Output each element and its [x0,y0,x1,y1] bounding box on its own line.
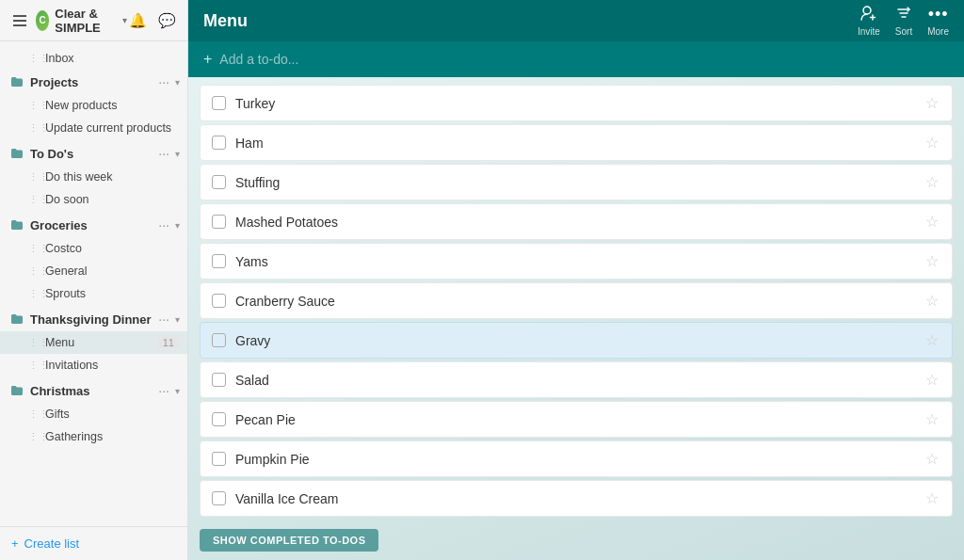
chevron-groceries[interactable]: ▾ [175,220,180,231]
todo-star-mashed-potatoes[interactable]: ☆ [924,213,940,231]
todo-checkbox-gravy[interactable] [212,333,226,347]
todo-checkbox-pecan-pie[interactable] [212,412,226,426]
item-label-new-products: New products [45,99,180,112]
todo-item-mashed-potatoes[interactable]: Mashed Potatoes☆ [200,203,953,240]
sidebar-group-header-thanksgiving[interactable]: Thanksgiving Dinner ··· ▾ [0,307,187,331]
dots-icon-todos[interactable]: ··· [156,146,171,161]
group-label-christmas: Christmas [30,384,156,398]
topbar-actions: Invite Sort ••• More [858,5,949,37]
todo-checkbox-mashed-potatoes[interactable] [212,215,226,229]
sidebar-item-gifts[interactable]: ⋮⋮ Gifts [0,403,187,425]
todo-star-pecan-pie[interactable]: ☆ [924,410,940,428]
workspace-avatar: C [36,10,49,31]
sidebar-group-header-projects[interactable]: Projects ··· ▾ [0,70,187,94]
menu-count-badge: 11 [157,336,180,349]
sidebar-item-inbox[interactable]: ⋮⋮ Inbox [0,47,187,70]
group-actions-projects: ··· ▾ [156,74,180,89]
todo-list: Turkey☆Ham☆Stuffing☆Mashed Potatoes☆Yams… [188,77,964,560]
sort-button[interactable]: Sort [895,6,912,37]
sidebar-header: C Clear & SIMPLE ▾ 🔔 💬 [0,0,187,41]
hamburger-icon[interactable] [9,11,30,30]
todo-star-turkey[interactable]: ☆ [924,94,940,112]
todo-text-yams: Yams [235,254,924,269]
main-content: Menu Invite S [188,0,964,560]
todo-text-vanilla-ice-cream: Vanilla Ice Cream [235,491,924,506]
dots-icon-christmas[interactable]: ··· [156,383,171,398]
todo-star-pumpkin-pie[interactable]: ☆ [924,450,940,468]
todo-checkbox-vanilla-ice-cream[interactable] [212,491,226,505]
sidebar-item-do-this-week[interactable]: ⋮⋮ Do this week [0,166,187,188]
todo-checkbox-pumpkin-pie[interactable] [212,452,226,466]
todo-item-turkey[interactable]: Turkey☆ [200,85,953,121]
drag-icon: ⋮⋮ [28,53,40,64]
invite-icon [860,6,877,24]
sidebar-item-sprouts[interactable]: ⋮⋮ Sprouts [0,282,187,305]
group-actions-thanksgiving: ··· ▾ [156,312,180,327]
sidebar-item-update-products[interactable]: ⋮⋮ Update current products [0,117,187,139]
group-label-todos: To Do's [30,147,156,161]
todo-text-mashed-potatoes: Mashed Potatoes [235,215,924,230]
sidebar-group-header-groceries[interactable]: Groceries ··· ▾ [0,213,187,237]
chevron-todos[interactable]: ▾ [175,149,180,159]
sidebar-item-general[interactable]: ⋮⋮ General [0,260,187,282]
page-title: Menu [203,11,248,31]
todo-item-ham[interactable]: Ham☆ [200,124,953,161]
sidebar-group-header-todos[interactable]: To Do's ··· ▾ [0,141,187,166]
todo-star-yams[interactable]: ☆ [924,252,940,270]
invite-button[interactable]: Invite [858,6,880,37]
todo-item-yams[interactable]: Yams☆ [200,243,953,280]
todo-text-pumpkin-pie: Pumpkin Pie [235,452,924,467]
svg-point-0 [863,7,871,14]
todo-checkbox-yams[interactable] [212,254,226,268]
topbar: Menu Invite S [188,0,964,41]
todo-text-pecan-pie: Pecan Pie [235,412,924,427]
item-label-general: General [45,264,180,278]
todo-checkbox-salad[interactable] [212,373,226,387]
todo-checkbox-cranberry-sauce[interactable] [212,294,226,308]
todo-checkbox-stuffing[interactable] [212,175,226,189]
todo-star-stuffing[interactable]: ☆ [924,173,940,191]
dots-icon-projects[interactable]: ··· [156,74,171,89]
sidebar-item-menu[interactable]: ⋮⋮ Menu 11 [0,331,187,354]
todo-item-pumpkin-pie[interactable]: Pumpkin Pie☆ [200,440,953,477]
chevron-christmas[interactable]: ▾ [175,386,180,396]
chevron-projects[interactable]: ▾ [175,77,180,88]
more-button[interactable]: ••• More [927,5,949,37]
todo-item-gravy[interactable]: Gravy☆ [200,322,953,359]
dots-icon-groceries[interactable]: ··· [156,217,171,232]
sidebar-item-costco[interactable]: ⋮⋮ Costco [0,237,187,260]
sidebar-item-new-products[interactable]: ⋮⋮ New products [0,94,187,117]
drag-icon: ⋮⋮ [28,265,40,277]
create-list-button[interactable]: + Create list [11,536,176,551]
workspace-name[interactable]: Clear & SIMPLE [55,7,115,35]
dots-icon-thanksgiving[interactable]: ··· [156,312,171,327]
show-completed-button[interactable]: SHOW COMPLETED TO-DOS [200,529,378,552]
folder-icon-thanksgiving [9,312,24,327]
sort-icon [896,6,911,24]
todo-star-gravy[interactable]: ☆ [924,331,940,349]
todo-checkbox-ham[interactable] [212,136,226,150]
sidebar-header-left: C Clear & SIMPLE ▾ [9,7,127,35]
todo-checkbox-turkey[interactable] [212,96,226,110]
todo-star-cranberry-sauce[interactable]: ☆ [924,292,940,310]
todo-text-gravy: Gravy [235,333,924,348]
todo-item-vanilla-ice-cream[interactable]: Vanilla Ice Cream☆ [200,480,953,517]
drag-icon: ⋮⋮ [28,243,40,254]
todo-item-cranberry-sauce[interactable]: Cranberry Sauce☆ [200,282,953,319]
sidebar-header-icons: 🔔 💬 [127,10,178,31]
bell-icon[interactable]: 🔔 [127,10,149,31]
chat-icon[interactable]: 💬 [156,10,178,31]
sidebar-group-header-christmas[interactable]: Christmas ··· ▾ [0,378,187,403]
sidebar-item-gatherings[interactable]: ⋮⋮ Gatherings [0,425,187,448]
folder-icon-todos [9,146,24,161]
todo-item-salad[interactable]: Salad☆ [200,361,953,398]
todo-item-pecan-pie[interactable]: Pecan Pie☆ [200,401,953,438]
chevron-thanksgiving[interactable]: ▾ [175,314,180,325]
todo-star-salad[interactable]: ☆ [924,371,940,389]
add-todo-input[interactable] [219,52,949,67]
todo-star-ham[interactable]: ☆ [924,134,940,152]
todo-item-stuffing[interactable]: Stuffing☆ [200,164,953,200]
sidebar-item-invitations[interactable]: ⋮⋮ Invitations [0,354,187,376]
sidebar-item-do-soon[interactable]: ⋮⋮ Do soon [0,188,187,211]
todo-star-vanilla-ice-cream[interactable]: ☆ [924,489,940,507]
